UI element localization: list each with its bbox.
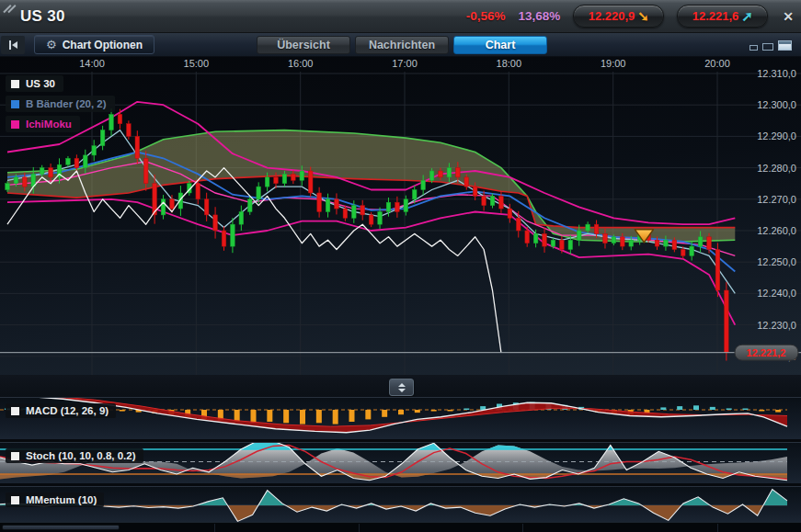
us30-swatch-icon — [11, 80, 19, 88]
current-price-value: 12.221,2 — [747, 347, 786, 358]
price-label: 12.280,0 — [757, 163, 796, 174]
sell-price-value: 12.220,9 — [589, 9, 635, 23]
scrollbar-tick — [717, 524, 718, 532]
momentum-label-chip[interactable]: MMentum (10) — [6, 492, 104, 507]
window-resize-handle-icon[interactable] — [6, 4, 17, 15]
tab-chart[interactable]: Chart — [453, 36, 547, 54]
trading-chart-window: US 30 -0,56% 13,68% 12.220,9 ➘ 12.221,6 … — [0, 0, 801, 532]
change-percent: -0,56% — [466, 9, 506, 23]
splitter-down-icon — [398, 389, 406, 392]
legend-us30-label: US 30 — [26, 78, 55, 89]
buy-price-button[interactable]: 12.221,6 ➚ — [677, 5, 768, 28]
price-label: 12.250,0 — [757, 256, 796, 267]
stochastic-title: Stoch (10, 10, 0.8, 0.2) — [26, 450, 136, 461]
price-label: 12.270,0 — [757, 194, 796, 205]
macd-canvas — [0, 398, 801, 440]
splitter-handle[interactable] — [389, 379, 414, 396]
instrument-title: US 30 — [20, 7, 65, 26]
stochastic-panel[interactable]: Stoch (10, 10, 0.8, 0.2) — [0, 442, 801, 483]
price-label: 12.290,0 — [757, 130, 796, 141]
legend-item-us30[interactable]: US 30 — [6, 75, 63, 92]
tab-nachrichten[interactable]: Nachrichten — [355, 36, 449, 54]
time-label: 19:00 — [601, 58, 626, 69]
arrow-up-icon: ➚ — [741, 9, 753, 23]
chart-toolbar: ⚙ Chart Optionen Übersicht Nachrichten C… — [0, 33, 801, 57]
sell-price-button[interactable]: 12.220,9 ➘ — [573, 5, 664, 28]
time-label: 15:00 — [184, 58, 210, 69]
ichimoku-swatch-icon — [11, 120, 19, 129]
collapse-panel-button[interactable] — [1, 36, 25, 54]
time-label: 20:00 — [704, 58, 730, 69]
chart-options-button[interactable]: ⚙ Chart Optionen — [34, 35, 154, 54]
close-icon[interactable]: ✕ — [783, 9, 794, 24]
buy-price-value: 12.221,6 — [692, 9, 739, 23]
range-percent: 13,68% — [518, 9, 560, 23]
price-label: 12.300,0 — [757, 99, 796, 110]
gear-icon: ⚙ — [46, 39, 57, 51]
collapse-arrow-icon — [12, 41, 17, 49]
arrow-down-icon: ➘ — [637, 9, 649, 23]
view-tabs: Übersicht Nachrichten Chart — [257, 36, 547, 54]
scrollbar-thumb[interactable] — [2, 525, 120, 530]
scrollbar-tick — [522, 524, 523, 532]
legend-item-ichimoku[interactable]: IchiMoku — [6, 116, 80, 132]
momentum-canvas — [0, 487, 801, 523]
legend-item-bbands[interactable]: B Bänder (20, 2) — [6, 96, 115, 112]
time-label: 14:00 — [79, 58, 105, 69]
momentum-title: MMentum (10) — [26, 494, 97, 505]
tab-uebersicht[interactable]: Übersicht — [257, 36, 350, 54]
price-label: 12.310,0 — [757, 68, 796, 79]
price-label: 12.230,0 — [757, 320, 796, 331]
macd-title: MACD (12, 26, 9) — [26, 405, 109, 416]
momentum-panel[interactable]: MMentum (10) — [0, 486, 801, 522]
price-label: 12.260,0 — [757, 225, 796, 236]
stochastic-swatch-icon — [11, 452, 19, 460]
legend-bbands-label: B Bänder (20, 2) — [26, 98, 107, 109]
indicator-legend: US 30 B Bänder (20, 2) IchiMoku — [6, 75, 115, 136]
time-label: 17:00 — [392, 58, 418, 69]
momentum-swatch-icon — [11, 496, 19, 504]
macd-label-chip[interactable]: MACD (12, 26, 9) — [6, 403, 116, 418]
bbands-swatch-icon — [11, 100, 19, 108]
macd-panel[interactable]: MACD (12, 26, 9) — [0, 397, 801, 439]
price-label: 12.240,0 — [757, 288, 796, 299]
collapse-bar-icon — [9, 40, 11, 50]
chart-size-large-icon[interactable] — [778, 40, 792, 51]
scrollbar-tick — [359, 524, 360, 532]
chart-size-medium-icon[interactable] — [762, 43, 773, 51]
price-chart-canvas: 14:0015:0016:0017:0018:0019:0020:0012.31… — [0, 57, 801, 375]
titlebar: US 30 -0,56% 13,68% 12.220,9 ➘ 12.221,6 … — [0, 0, 801, 33]
macd-swatch-icon — [11, 407, 19, 415]
panel-splitter — [0, 375, 801, 397]
splitter-up-icon — [398, 383, 406, 387]
chart-options-label: Chart Optionen — [63, 39, 143, 51]
scrollbar-tick — [214, 524, 215, 532]
time-label: 18:00 — [497, 58, 522, 69]
main-price-chart[interactable]: 14:0015:0016:0017:0018:0019:0020:0012.31… — [0, 57, 801, 375]
stochastic-label-chip[interactable]: Stoch (10, 10, 0.8, 0.2) — [6, 448, 143, 463]
chart-size-controls — [750, 40, 792, 51]
time-label: 16:00 — [288, 58, 314, 69]
horizontal-scrollbar[interactable] — [0, 522, 801, 532]
chart-size-small-icon[interactable] — [750, 45, 758, 51]
legend-ichimoku-label: IchiMoku — [26, 119, 72, 130]
